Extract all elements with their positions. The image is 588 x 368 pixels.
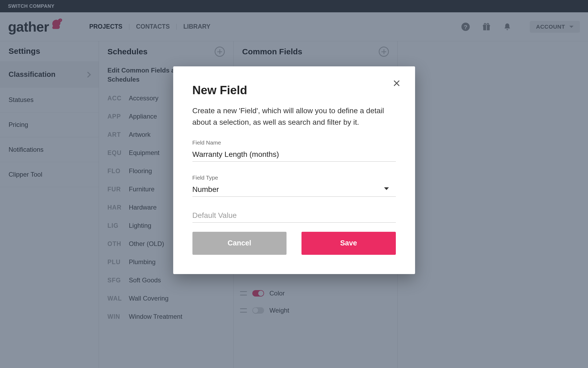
field-type-group: Field Type [192,174,396,197]
field-type-label: Field Type [192,174,396,181]
field-type-select[interactable] [192,184,396,197]
cancel-button[interactable]: Cancel [192,232,287,255]
close-button[interactable] [393,79,401,89]
field-name-input[interactable] [192,149,396,162]
close-icon [393,79,401,87]
modal-description: Create a new 'Field', which will allow y… [192,105,396,128]
field-name-label: Field Name [192,139,396,146]
default-value-group [192,210,396,223]
field-type-value[interactable] [192,184,396,197]
save-button[interactable]: Save [301,232,396,255]
modal-title: New Field [192,84,396,97]
modal-buttons: Cancel Save [192,232,396,255]
new-field-modal: New Field Create a new 'Field', which wi… [173,66,415,274]
field-name-group: Field Name [192,139,396,162]
default-value-input[interactable] [192,210,396,223]
modal-overlay[interactable]: New Field Create a new 'Field', which wi… [0,0,588,368]
